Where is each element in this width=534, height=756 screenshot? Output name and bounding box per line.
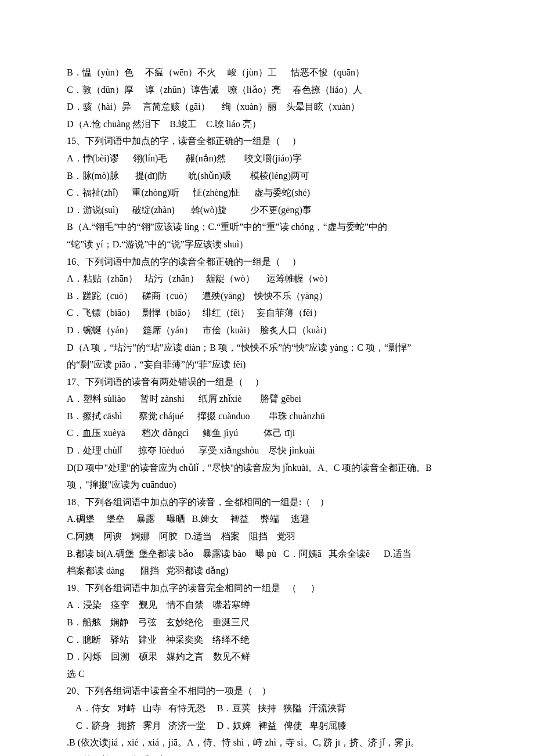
- text-line: D(D 项中"处理"的读音应为 chǔlǐ，"尽快"的读音应为 jǐnkuài。…: [67, 459, 470, 477]
- text-line: D（A.怆 chuàng 然泪下 B.竣工 C.嘹 liáo 亮）: [67, 116, 470, 133]
- text-line: C．飞镖（biāo） 剽悍（biāo） 绯红（fēi） 妄自菲薄（fēi）: [67, 304, 470, 322]
- text-line: 档案都读 dàng 阻挡 党羽都读 dǎng): [67, 562, 470, 579]
- text-line: B．蹉跎（cuō） 磋商（cuō） 遭殃(yāng) 怏怏不乐（yāng）: [67, 287, 470, 305]
- text-line: C．福祉(zhǐ) 重(zhòng)听 怔(zhèng)怔 虚与委蛇(shé): [67, 184, 470, 201]
- text-line: A．粘贴（zhān） 玷污（zhān） 龌龊（wò） 运筹帷幄（wò）: [67, 270, 470, 287]
- text-line: B（A.“翎毛”中的“翎”应该读 líng；C.“重听”中的“重”读 chóng…: [67, 218, 470, 236]
- text-line: A．浸染 痉挛 觐见 情不自禁 噤若寒蝉: [67, 596, 470, 614]
- text-line: B．擦拭 cāshì 察觉 chájué 撺掇 cuànduo 串珠 chuàn…: [67, 408, 470, 425]
- text-line: B．船舷 娴静 弓弦 玄妙绝伦 垂涎三尺: [67, 614, 470, 631]
- text-line: A．塑料 sùliào 暂时 zànshí 纸屑 zhǐxiè 胳臂 gēbei: [67, 390, 470, 408]
- text-line: C．血压 xuèyā 档次 dǎngcì 鲫鱼 jìyú 体己 tīji: [67, 424, 470, 442]
- text-line: A．悖(bèi)谬 翎(lín)毛 赧(nǎn)然 咬文嚼(jiáo)字: [67, 150, 470, 167]
- text-line: 的“剽”应读 piāo，“妄自菲薄”的“菲”应读 fěi): [67, 356, 470, 373]
- text-line: 19、下列各组词语中加点字的读音完全相同的一组是 （ ）: [67, 579, 470, 597]
- text-line: 20、下列各组词语中读音全不相同的一项是（ ）: [67, 682, 470, 700]
- text-line: D．处理 chùlǐ 掠夺 lüèduó 享受 xiǎngshòu 尽快 jìn…: [67, 442, 470, 459]
- text-line: D．闪烁 回溯 硕果 媒妁之言 数见不鲜: [67, 648, 470, 665]
- text-line: C.阿姨 阿谀 婀娜 阿胶 D.适当 档案 阻挡 党羽: [67, 528, 470, 545]
- text-line: D（A 项，“玷污”的“玷”应读 diàn；B 项，“怏怏不乐”的“怏”应读 y…: [67, 339, 470, 357]
- text-line: D．蜿蜒（yán） 筵席（yán） 市侩（kuài） 脍炙人口（kuài）: [67, 322, 470, 339]
- text-line: A．侍女 对峙 山寺 有恃无恐 B．豆荚 挟持 狭隘 汗流浃背: [67, 700, 470, 717]
- text-line: D．骇（hài）异 言简意赅（gāi） 绚（xuàn）丽 头晕目眩（xuàn）: [67, 98, 470, 116]
- text-line: 16、下列词语中加点的字的读音全都正确的一组是（ ）: [67, 253, 470, 271]
- text-line: D．游说(suì) 破绽(zhàn) 斡(wò)旋 少不更(gēng)事: [67, 201, 470, 219]
- text-line: .B (依次读jiá，xié，xiá，jiā。A，侍、恃 shì，峙 zhì，寺…: [67, 734, 470, 751]
- text-line: 选 C: [67, 665, 470, 683]
- text-line: 15、下列词语中加点的字，读音全都正确的一组是（ ）: [67, 132, 470, 150]
- text-line: B．愠（yùn）色 不瘟（wēn）不火 峻（jùn）工 怙恶不悛（quān）: [67, 64, 470, 81]
- text-line: B.都读 bì(A.碉堡 堡垒都读 bǎo 暴露读 bào 曝 pù C．阿姨ā…: [67, 545, 470, 563]
- text-line: 17、下列词语的读音有两处错误的一组是（ ）: [67, 373, 470, 391]
- text-line: C．臆断 驿站 肄业 神采奕奕 络绎不绝: [67, 631, 470, 649]
- text-line: “蛇”读 yí；D.“游说”中的“说”字应该读 shuì）: [67, 236, 470, 253]
- text-line: D，婢、裨 bì，俾 bǐ，卑 bēi。): [67, 751, 470, 756]
- text-line: C．跻身 拥挤 霁月 济济一堂 D．奴婢 裨益 俾使 卑躬屈膝: [67, 717, 470, 735]
- text-line: 18、下列各组词语中加点的字的读音，全都相同的一组是:（ ）: [67, 494, 470, 511]
- text-line: 项，"撺掇"应读为 cuānduo): [67, 476, 470, 494]
- text-line: A.碉堡 堡垒 暴露 曝晒 B.婢女 裨益 弊端 逃避: [67, 510, 470, 528]
- document-page: B．愠（yùn）色 不瘟（wēn）不火 峻（jùn）工 怙恶不悛（quān） C…: [0, 0, 534, 756]
- text-line: B．脉(mò)脉 提(dī)防 吮(shǔn)吸 模棱(léng)两可: [67, 167, 470, 185]
- text-line: C．敦（dūn）厚 谆（zhūn）谆告诫 嘹（liǎo）亮 春色撩（liáo）人: [67, 81, 470, 99]
